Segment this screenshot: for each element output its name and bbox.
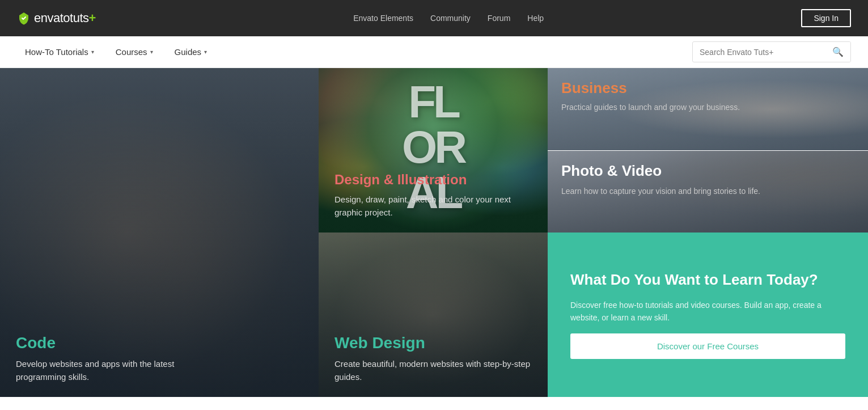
discover-courses-button[interactable]: Discover our Free Courses [570,333,845,359]
top-right-actions: Sign In [801,9,851,27]
code-title: Code [16,334,303,352]
sign-in-button[interactable]: Sign In [801,9,851,27]
search-box: 🔍 [692,41,851,62]
courses-chevron-icon: ▾ [150,49,153,55]
hero-cell-business[interactable]: Business Practical guides to launch and … [548,68,868,150]
nav-envato-elements[interactable]: Envato Elements [353,14,413,23]
logo-envato: envato [34,11,70,25]
photo-content: Photo & Video Learn how to capture your … [561,162,854,197]
hero-cta-panel: What Do You Want to Learn Today? Discove… [548,233,868,397]
webdesign-title: Web Design [335,334,532,352]
business-description: Practical guides to launch and grow your… [561,102,854,113]
logo[interactable]: envatotuts+ [17,11,96,26]
code-content: Code Develop websites and apps with the … [0,320,319,397]
top-nav: Envato Elements Community Forum Help [353,14,544,23]
hero-cell-photo-video[interactable]: Photo & Video Learn how to capture your … [548,150,868,233]
design-content: Design & Illustration Design, draw, pain… [319,158,548,233]
logo-icon [17,11,31,25]
top-bar: envatotuts+ Envato Elements Community Fo… [0,0,868,36]
nav-tutorials[interactable]: How-To Tutorials ▾ [17,43,102,61]
logo-plus: + [89,11,96,25]
right-column: Business Practical guides to launch and … [548,68,868,397]
search-input[interactable] [693,43,825,61]
cta-description: Discover free how-to tutorials and video… [570,299,845,324]
nav-community[interactable]: Community [430,14,471,23]
business-title: Business [561,79,854,97]
photo-video-title: Photo & Video [561,162,854,180]
design-description: Design, draw, paint, sketch and color yo… [335,193,532,219]
search-icon: 🔍 [832,47,844,57]
hero-cell-webdesign[interactable]: Web Design Create beautiful, modern webs… [319,233,548,397]
nav-guides[interactable]: Guides ▾ [167,43,215,61]
design-title: Design & Illustration [335,172,532,188]
secondary-nav: How-To Tutorials ▾ Courses ▾ Guides ▾ 🔍 [0,36,868,68]
business-content: Business Practical guides to launch and … [561,79,854,113]
code-description: Develop websites and apps with the lates… [16,358,220,383]
hero-grid: Code Develop websites and apps with the … [0,68,868,397]
cta-title: What Do You Want to Learn Today? [570,270,845,290]
hero-cell-code[interactable]: Code Develop websites and apps with the … [0,68,319,397]
search-button[interactable]: 🔍 [825,42,850,62]
guides-chevron-icon: ▾ [204,49,207,55]
hero-cell-design[interactable]: FLORAL Design & Illustration Design, dra… [319,68,548,233]
nav-forum[interactable]: Forum [488,14,510,23]
sec-nav-left: How-To Tutorials ▾ Courses ▾ Guides ▾ [17,43,215,61]
logo-tuts: tuts [70,11,88,25]
nav-help[interactable]: Help [527,14,544,23]
webdesign-content: Web Design Create beautiful, modern webs… [319,320,548,397]
tutorials-chevron-icon: ▾ [91,49,94,55]
photo-video-description: Learn how to capture your vision and bri… [561,185,854,197]
nav-courses[interactable]: Courses ▾ [108,43,161,61]
webdesign-description: Create beautiful, modern websites with s… [335,358,532,383]
